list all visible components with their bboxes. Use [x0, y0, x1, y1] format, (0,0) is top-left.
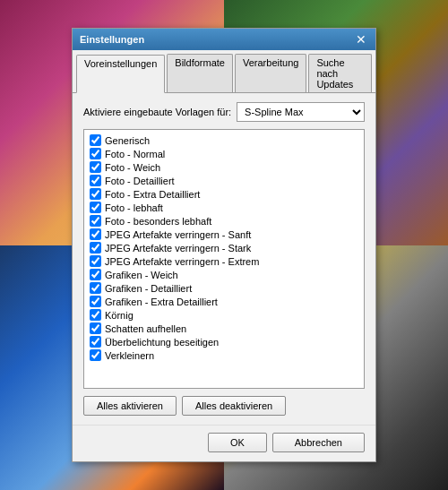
- list-item: Foto - Detailliert: [90, 174, 358, 187]
- dialog-title: Einstellungen: [80, 34, 144, 45]
- checkbox-foto-extra[interactable]: [90, 188, 101, 200]
- checkbox-label-jpeg-extrem[interactable]: JPEG Artefakte verringern - Extrem: [105, 256, 259, 267]
- checkbox-label-jpeg-stark[interactable]: JPEG Artefakte verringern - Stark: [105, 243, 251, 254]
- checkbox-jpeg-sanft[interactable]: [90, 228, 101, 240]
- list-item: Foto - Extra Detailliert: [90, 187, 358, 201]
- activate-all-button[interactable]: Alles aktivieren: [83, 396, 177, 416]
- checkbox-label-kornig[interactable]: Körnig: [105, 310, 134, 321]
- tab-verarbeitung[interactable]: Verarbeitung: [235, 54, 306, 92]
- action-buttons-row: Alles aktivieren Alles deaktivieren: [83, 396, 365, 416]
- ok-cancel-row: OK Abbrechen: [73, 425, 375, 461]
- checkbox-label-grafiken-weich[interactable]: Grafiken - Weich: [105, 270, 178, 280]
- checkbox-foto-normal[interactable]: [90, 148, 101, 159]
- checkbox-jpeg-stark[interactable]: [90, 242, 101, 254]
- dialog-overlay: Einstellungen ✕ Voreinstellungen Bildfor…: [0, 0, 448, 490]
- checkbox-label-generisch[interactable]: Generisch: [105, 135, 150, 146]
- checkbox-label-foto-besonders[interactable]: Foto - besonders lebhaft: [105, 216, 211, 227]
- list-item: JPEG Artefakte verringern - Extrem: [90, 254, 358, 268]
- tab-suche[interactable]: Suche nach Updates: [308, 54, 372, 92]
- checkbox-schatten[interactable]: [90, 322, 101, 334]
- checkbox-label-verkleinern[interactable]: Verkleinern: [105, 350, 154, 361]
- list-item: Schatten aufhellen: [90, 322, 358, 335]
- list-item: Foto - lebhaft: [90, 201, 358, 214]
- list-item: Generisch: [90, 133, 358, 147]
- checkbox-verkleinern[interactable]: [90, 349, 101, 361]
- checkbox-label-grafiken-extra[interactable]: Grafiken - Extra Detailliert: [105, 297, 218, 307]
- list-item: Foto - besonders lebhaft: [90, 214, 358, 228]
- tab-bildformate[interactable]: Bildformate: [167, 54, 233, 92]
- list-item: Körnig: [90, 308, 358, 322]
- checkbox-jpeg-extrem[interactable]: [90, 255, 101, 267]
- list-item: Foto - Normal: [90, 147, 358, 160]
- deactivate-all-button[interactable]: Alles deaktivieren: [182, 396, 286, 416]
- list-item: Foto - Weich: [90, 160, 358, 174]
- checkbox-grafiken-detailliert[interactable]: [90, 282, 101, 294]
- checkbox-uberbelichtung[interactable]: [90, 336, 101, 348]
- checkbox-label-foto-normal[interactable]: Foto - Normal: [105, 149, 165, 159]
- checkbox-label-grafiken-detailliert[interactable]: Grafiken - Detailliert: [105, 283, 192, 294]
- checkbox-label-foto-extra[interactable]: Foto - Extra Detailliert: [105, 189, 200, 200]
- checkbox-label-uberbelichtung[interactable]: Überbelichtung beseitigen: [105, 337, 219, 348]
- checkbox-foto-weich[interactable]: [90, 161, 101, 173]
- checkbox-kornig[interactable]: [90, 309, 101, 321]
- checkbox-generisch[interactable]: [90, 134, 101, 146]
- checkbox-foto-lebhaft[interactable]: [90, 202, 101, 213]
- dropdown-label: Aktiviere eingebaute Vorlagen für:: [83, 107, 231, 117]
- checkbox-foto-detailliert[interactable]: [90, 175, 101, 186]
- close-button[interactable]: ✕: [354, 33, 368, 46]
- title-bar: Einstellungen ✕: [73, 29, 375, 50]
- cancel-button[interactable]: Abbrechen: [272, 433, 365, 452]
- list-item: Überbelichtung beseitigen: [90, 335, 358, 348]
- list-item: JPEG Artefakte verringern - Stark: [90, 241, 358, 254]
- checkbox-list: GenerischFoto - NormalFoto - WeichFoto -…: [83, 129, 365, 389]
- dropdown-row: Aktiviere eingebaute Vorlagen für: S-Spl…: [83, 102, 365, 122]
- list-item: JPEG Artefakte verringern - Sanft: [90, 228, 358, 241]
- checkbox-grafiken-weich[interactable]: [90, 269, 101, 280]
- list-item: Grafiken - Detailliert: [90, 281, 358, 295]
- checkbox-label-foto-detailliert[interactable]: Foto - Detailliert: [105, 176, 175, 186]
- tab-bar: Voreinstellungen Bildformate Verarbeitun…: [73, 50, 375, 93]
- tab-voreinstellungen[interactable]: Voreinstellungen: [76, 55, 165, 93]
- checkbox-foto-besonders[interactable]: [90, 215, 101, 227]
- checkbox-grafiken-extra[interactable]: [90, 296, 101, 307]
- list-item: Grafiken - Extra Detailliert: [90, 295, 358, 308]
- list-item: Grafiken - Weich: [90, 268, 358, 281]
- settings-dialog: Einstellungen ✕ Voreinstellungen Bildfor…: [72, 28, 376, 462]
- checkbox-label-schatten[interactable]: Schatten aufhellen: [105, 323, 186, 334]
- checkbox-label-foto-lebhaft[interactable]: Foto - lebhaft: [105, 202, 163, 213]
- template-dropdown[interactable]: S-Spline Max S-Spline Normal: [237, 102, 365, 122]
- ok-button[interactable]: OK: [208, 433, 267, 452]
- tab-content: Aktiviere eingebaute Vorlagen für: S-Spl…: [73, 93, 375, 425]
- checkbox-label-jpeg-sanft[interactable]: JPEG Artefakte verringern - Sanft: [105, 229, 251, 240]
- list-item: Verkleinern: [90, 348, 358, 362]
- checkbox-label-foto-weich[interactable]: Foto - Weich: [105, 162, 160, 173]
